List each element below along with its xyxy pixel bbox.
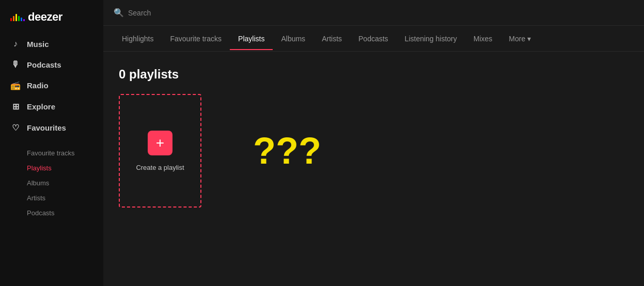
- podcasts-icon: 🎙: [10, 60, 21, 69]
- radio-icon: 📻: [10, 81, 21, 90]
- chevron-down-icon: ▾: [527, 35, 531, 43]
- sidebar: deezer ♪ Music 🎙 Podcasts 📻 Radio ⊞ Expl…: [0, 0, 103, 286]
- sidebar-item-favourites-label: Favourites: [27, 123, 66, 132]
- heart-icon: ♡: [10, 123, 21, 133]
- tab-albums[interactable]: Albums: [273, 27, 313, 50]
- eq-bar-1: [10, 18, 12, 21]
- logo-eq-bars: [10, 13, 25, 21]
- sub-nav-favourite-tracks[interactable]: Favourite tracks: [27, 146, 103, 160]
- search-area[interactable]: 🔍 Search: [114, 8, 151, 18]
- sub-nav-albums[interactable]: Albums: [27, 176, 103, 190]
- eq-bar-4: [18, 16, 20, 21]
- tab-favourite-tracks[interactable]: Favourite tracks: [162, 27, 230, 50]
- sidebar-item-music-label: Music: [27, 40, 49, 49]
- eq-bar-2: [13, 16, 14, 21]
- eq-bar-3: [15, 14, 17, 21]
- tab-listening-history[interactable]: Listening history: [397, 27, 465, 50]
- eq-bar-6: [23, 19, 25, 21]
- nav-section: ♪ Music 🎙 Podcasts 📻 Radio ⊞ Explore ♡ F…: [0, 34, 103, 146]
- logo-text: deezer: [28, 10, 62, 24]
- playlists-grid: + Create a playlist ???: [119, 94, 629, 208]
- tab-playlists[interactable]: Playlists: [230, 27, 273, 50]
- sub-nav-playlists[interactable]: Playlists: [27, 161, 103, 175]
- tab-podcasts[interactable]: Podcasts: [350, 27, 397, 50]
- search-icon: 🔍: [114, 8, 124, 18]
- sidebar-item-favourites[interactable]: ♡ Favourites: [0, 118, 103, 138]
- tab-highlights[interactable]: Highlights: [114, 27, 162, 50]
- sidebar-item-podcasts-label: Podcasts: [27, 60, 61, 69]
- tab-more[interactable]: More ▾: [500, 27, 539, 50]
- tabs-nav: Highlights Favourite tracks Playlists Al…: [103, 26, 644, 52]
- sidebar-item-radio-label: Radio: [27, 81, 49, 90]
- main-content: 🔍 Search Highlights Favourite tracks Pla…: [103, 0, 644, 286]
- sub-nav: Favourite tracks Playlists Albums Artist…: [0, 146, 103, 224]
- content-area: 0 playlists + Create a playlist ???: [103, 52, 644, 286]
- page-title: 0 playlists: [119, 67, 629, 82]
- create-playlist-button[interactable]: +: [148, 131, 172, 155]
- sub-nav-artists[interactable]: Artists: [27, 191, 103, 205]
- topbar: 🔍 Search: [103, 0, 644, 26]
- search-placeholder: Search: [128, 9, 151, 17]
- sidebar-item-radio[interactable]: 📻 Radio: [0, 75, 103, 96]
- music-icon: ♪: [10, 39, 21, 49]
- tab-artists[interactable]: Artists: [313, 27, 350, 50]
- explore-icon: ⊞: [10, 102, 21, 112]
- tab-mixes[interactable]: Mixes: [465, 27, 501, 50]
- sidebar-item-music[interactable]: ♪ Music: [0, 34, 103, 54]
- eq-bar-5: [21, 18, 22, 21]
- sidebar-item-podcasts[interactable]: 🎙 Podcasts: [0, 55, 103, 74]
- deezer-logo[interactable]: deezer: [10, 10, 62, 24]
- sidebar-item-explore-label: Explore: [27, 102, 55, 111]
- question-marks-decoration: ???: [253, 130, 321, 172]
- create-playlist-label: Create a playlist: [136, 164, 184, 171]
- logo-area: deezer: [0, 8, 103, 34]
- create-playlist-card[interactable]: + Create a playlist: [119, 94, 201, 208]
- sidebar-item-explore[interactable]: ⊞ Explore: [0, 97, 103, 117]
- sub-nav-podcasts-sub[interactable]: Podcasts: [27, 206, 103, 220]
